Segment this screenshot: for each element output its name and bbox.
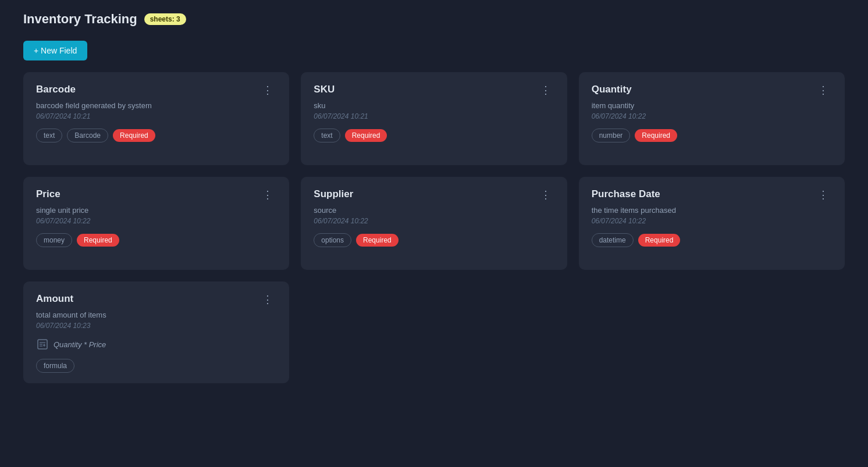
tag-required-price: Required: [77, 234, 119, 247]
card-menu-purchase-date[interactable]: ⋮: [816, 188, 832, 201]
card-title-amount: Amount: [36, 293, 73, 305]
tag-required-quantity: Required: [635, 129, 677, 142]
card-price: Price⋮single unit price06/07/2024 10:22m…: [23, 177, 289, 270]
cards-grid: Barcode⋮barcode field generated by syste…: [23, 72, 845, 383]
card-formula-amount: Quantity * Price: [54, 340, 106, 349]
card-description-price: single unit price: [36, 206, 276, 215]
tag-required-supplier: Required: [356, 234, 399, 247]
tag-number-quantity: number: [592, 129, 631, 142]
card-amount: Amount⋮total amount of items06/07/2024 1…: [23, 281, 289, 383]
tag-formula-amount: formula: [36, 359, 74, 373]
card-date-barcode: 06/07/2024 10:21: [36, 112, 276, 120]
card-menu-price[interactable]: ⋮: [260, 188, 276, 201]
formula-icon: [36, 338, 49, 351]
card-date-sku: 06/07/2024 10:21: [314, 112, 554, 120]
tag-required-purchase-date: Required: [638, 234, 681, 247]
tag-datetime-purchase-date: datetime: [592, 233, 634, 247]
card-menu-quantity[interactable]: ⋮: [816, 84, 832, 97]
card-supplier: Supplier⋮source06/07/2024 10:22optionsRe…: [301, 177, 567, 270]
card-menu-supplier[interactable]: ⋮: [538, 188, 554, 201]
tag-required-barcode: Required: [113, 129, 155, 142]
card-description-amount: total amount of items: [36, 311, 276, 319]
tag-required-sku: Required: [345, 129, 387, 142]
card-description-supplier: source: [314, 206, 554, 215]
card-date-quantity: 06/07/2024 10:22: [592, 112, 832, 120]
card-menu-sku[interactable]: ⋮: [538, 84, 554, 97]
card-date-purchase-date: 06/07/2024 10:22: [592, 217, 832, 225]
card-title-quantity: Quantity: [592, 84, 632, 95]
card-description-quantity: item quantity: [592, 101, 832, 110]
card-title-sku: SKU: [314, 84, 335, 95]
card-date-supplier: 06/07/2024 10:22: [314, 217, 554, 225]
tag-options-supplier: options: [314, 233, 351, 247]
new-field-button[interactable]: + New Field: [23, 41, 87, 60]
card-barcode: Barcode⋮barcode field generated by syste…: [23, 72, 289, 165]
card-date-amount: 06/07/2024 10:23: [36, 322, 276, 330]
card-purchase-date: Purchase Date⋮the time items purchased06…: [579, 177, 845, 270]
card-quantity: Quantity⋮item quantity06/07/2024 10:22nu…: [579, 72, 845, 165]
tag-text-sku: text: [314, 129, 340, 142]
card-menu-barcode[interactable]: ⋮: [260, 84, 276, 97]
sheets-badge: sheets: 3: [144, 13, 186, 25]
card-title-barcode: Barcode: [36, 84, 76, 95]
card-menu-amount[interactable]: ⋮: [260, 293, 276, 306]
tag-money-price: money: [36, 233, 72, 247]
card-title-supplier: Supplier: [314, 188, 353, 200]
tag-barcode-barcode: Barcode: [67, 129, 108, 142]
card-title-price: Price: [36, 188, 61, 200]
card-description-barcode: barcode field generated by system: [36, 101, 276, 110]
page-title: Inventory Tracking: [23, 12, 137, 27]
tag-text-barcode: text: [36, 129, 62, 142]
card-description-purchase-date: the time items purchased: [592, 206, 832, 215]
card-title-purchase-date: Purchase Date: [592, 188, 660, 200]
card-sku: SKU⋮sku06/07/2024 10:21textRequired: [301, 72, 567, 165]
card-date-price: 06/07/2024 10:22: [36, 217, 276, 225]
card-description-sku: sku: [314, 101, 554, 110]
